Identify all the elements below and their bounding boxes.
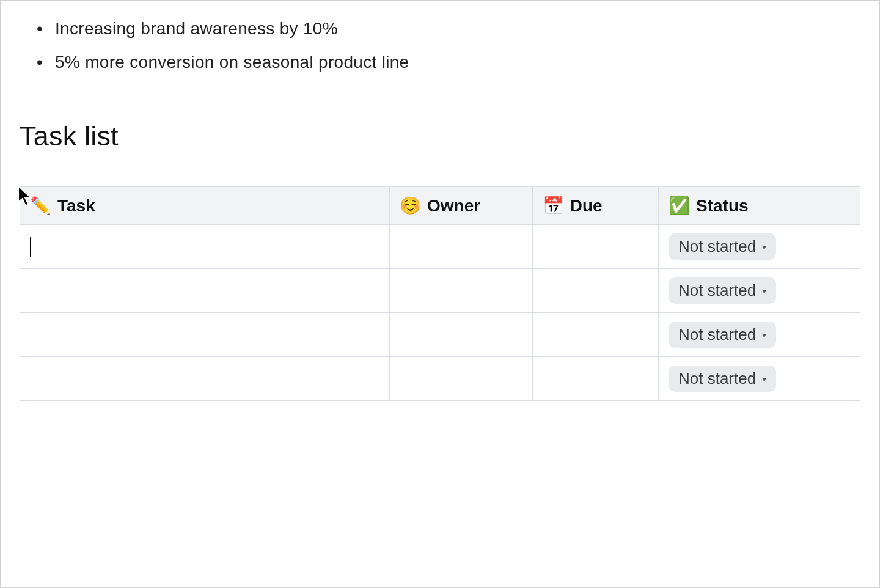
owner-cell[interactable]	[390, 357, 533, 401]
status-dropdown[interactable]: Not started▾	[669, 233, 776, 260]
col-header-task: ✏️ Task	[20, 187, 390, 225]
task-cell[interactable]	[20, 225, 390, 269]
chevron-down-icon: ▾	[762, 286, 766, 296]
owner-cell[interactable]	[390, 313, 533, 357]
owner-cell[interactable]	[390, 269, 533, 313]
status-label: Not started	[678, 237, 756, 256]
due-cell[interactable]	[532, 269, 658, 313]
col-header-status: ✅ Status	[659, 187, 860, 225]
col-header-task-label: Task	[57, 196, 95, 216]
chevron-down-icon: ▾	[762, 374, 766, 384]
table-row: Not started▾	[20, 225, 860, 269]
status-label: Not started	[678, 281, 756, 300]
status-cell: Not started▾	[659, 313, 860, 357]
col-header-owner: ☺️ Owner	[390, 187, 533, 225]
status-dropdown[interactable]: Not started▾	[669, 366, 776, 392]
due-cell[interactable]	[532, 225, 658, 269]
due-cell[interactable]	[532, 357, 658, 401]
text-cursor	[30, 237, 31, 257]
col-header-due-label: Due	[570, 196, 603, 216]
status-dropdown[interactable]: Not started▾	[669, 277, 776, 304]
table-row: Not started▾	[20, 313, 860, 357]
status-cell: Not started▾	[659, 269, 860, 313]
section-title-task-list: Task list	[20, 120, 860, 152]
col-header-owner-label: Owner	[427, 196, 480, 216]
smile-icon: ☺️	[400, 196, 421, 216]
owner-cell[interactable]	[390, 225, 533, 269]
col-header-status-label: Status	[696, 196, 749, 216]
table-row: Not started▾	[20, 269, 860, 313]
goal-bullet-item[interactable]: 5% more conversion on seasonal product l…	[37, 46, 860, 79]
status-label: Not started	[678, 325, 756, 344]
status-dropdown[interactable]: Not started▾	[669, 322, 776, 348]
pencil-icon: ✏️	[30, 196, 51, 216]
due-cell[interactable]	[532, 313, 658, 357]
status-cell: Not started▾	[659, 357, 860, 401]
goal-bullet-item[interactable]: Increasing brand awareness by 10%	[37, 12, 860, 46]
task-cell[interactable]	[20, 357, 390, 401]
task-cell[interactable]	[20, 269, 390, 313]
checkmark-icon: ✅	[669, 196, 690, 216]
status-cell: Not started▾	[659, 225, 860, 269]
task-table: ✏️ Task ☺️ Owner 📅 Due	[20, 186, 860, 401]
calendar-icon: 📅	[543, 196, 564, 216]
table-row: Not started▾	[20, 357, 860, 401]
goal-bullet-list[interactable]: Increasing brand awareness by 10%5% more…	[37, 12, 860, 79]
chevron-down-icon: ▾	[762, 330, 766, 340]
status-label: Not started	[678, 369, 756, 388]
chevron-down-icon: ▾	[762, 242, 766, 252]
col-header-due: 📅 Due	[532, 187, 658, 225]
task-cell[interactable]	[20, 313, 390, 357]
